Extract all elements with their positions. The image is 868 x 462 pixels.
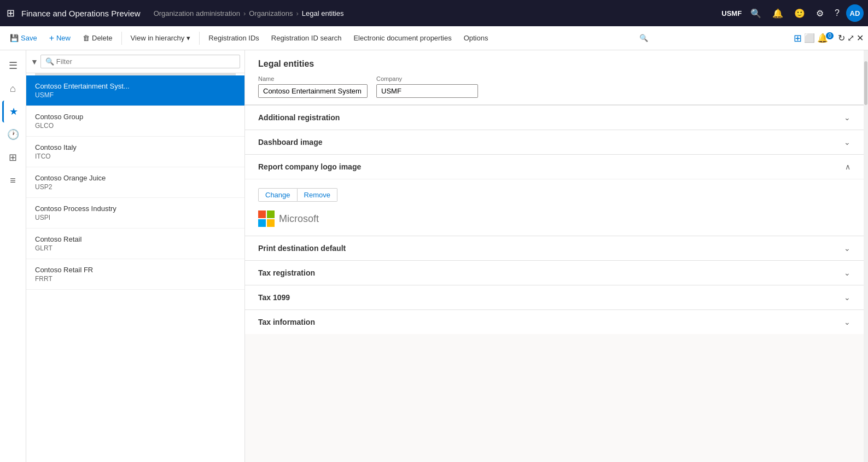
save-button[interactable]: 💾 Save [4, 32, 43, 44]
registration-ids-button[interactable]: Registration IDs [203, 32, 264, 44]
new-button[interactable]: + New [44, 31, 76, 45]
view-in-hierarchy-button[interactable]: View in hierarchy ▾ [125, 32, 196, 44]
settings-icon-btn[interactable]: ⚙ [812, 5, 828, 22]
sidebar-filter-box[interactable]: 🔍 [40, 55, 240, 68]
sidebar-item-3[interactable]: Contoso Orange Juice USP2 [26, 167, 244, 198]
sidebar-item-name-0: Contoso Entertainment Syst... [35, 82, 236, 90]
user-avatar[interactable]: AD [846, 4, 864, 22]
sidebar-item-name-5: Contoso Retail [35, 235, 236, 243]
close-panel-btn[interactable]: ✕ [857, 33, 864, 43]
customize-icon-btn[interactable]: ⊞ [794, 32, 802, 44]
open-new-window-btn[interactable]: ⤢ [847, 33, 854, 43]
ms-square-red [258, 210, 266, 218]
breadcrumb: Organization administration › Organizati… [154, 9, 718, 17]
list-view-icon[interactable]: ≡ [2, 169, 24, 191]
sidebar-item-code-6: FRRT [35, 275, 236, 283]
delete-button[interactable]: 🗑 Delete [77, 32, 118, 44]
accordion-chevron-print-dest: ⌄ [844, 244, 850, 253]
accordion-section-tax-info: Tax information ⌄ [245, 309, 864, 334]
top-nav-bar: ⊞ Finance and Operations Preview Organiz… [0, 0, 868, 26]
accordion-chevron-tax-reg: ⌄ [844, 268, 850, 277]
registration-ids-label: Registration IDs [208, 34, 259, 42]
ms-square-blue [258, 219, 266, 227]
options-label: Options [464, 34, 488, 42]
accordion-section-dashboard: Dashboard image ⌄ [245, 130, 864, 154]
company-input[interactable] [376, 84, 478, 98]
app-grid-icon[interactable]: ⊞ [4, 5, 17, 21]
toolbar: 💾 Save + New 🗑 Delete View in hierarchy … [0, 26, 868, 50]
home-icon[interactable]: ⌂ [2, 78, 24, 100]
options-button[interactable]: Options [458, 32, 494, 44]
microsoft-text: Microsoft [279, 213, 319, 225]
remove-logo-button[interactable]: Remove [298, 188, 337, 202]
electronic-document-properties-button[interactable]: Electronic document properties [348, 32, 457, 44]
notifications-icon-btn[interactable]: 🔔 [768, 5, 788, 22]
right-scrollbar[interactable] [864, 50, 868, 462]
registration-id-search-button[interactable]: Registration ID search [266, 32, 347, 44]
filter-icon: ▼ [31, 57, 38, 66]
left-sidebar: ☰ ⌂ ★ 🕐 ⊞ ≡ [0, 50, 26, 462]
accordion-header-print-dest[interactable]: Print destination default ⌄ [245, 236, 864, 260]
breadcrumb-sep-2: › [296, 9, 298, 17]
breadcrumb-organizations[interactable]: Organizations [249, 9, 293, 17]
accordion-title-tax-reg: Tax registration [258, 268, 315, 277]
hamburger-menu-icon[interactable]: ☰ [2, 55, 24, 77]
accordion-header-tax-info[interactable]: Tax information ⌄ [245, 310, 864, 334]
name-field-group: Name [258, 75, 368, 98]
accordion-title-dashboard: Dashboard image [258, 138, 322, 147]
accordion-header-tax1099[interactable]: Tax 1099 ⌄ [245, 285, 864, 309]
feedback-icon-btn[interactable]: 🙂 [790, 5, 809, 22]
accordion-section-tax1099: Tax 1099 ⌄ [245, 285, 864, 309]
accordion-section-print-dest: Print destination default ⌄ [245, 236, 864, 260]
accordion-header-report-logo[interactable]: Report company logo image ∧ [245, 155, 864, 179]
main-layout: ☰ ⌂ ★ 🕐 ⊞ ≡ ▼ 🔍 Contoso Entertainment Sy… [0, 50, 868, 462]
toolbar-search-icon: 🔍 [639, 34, 648, 42]
accordion-title-tax-info: Tax information [258, 318, 315, 326]
sidebar-item-5[interactable]: Contoso Retail GLRT [26, 229, 244, 259]
microsoft-logo: Microsoft [258, 210, 850, 227]
accordion-title-tax1099: Tax 1099 [258, 293, 290, 302]
toolbar-search: 🔍 [639, 34, 648, 42]
recent-icon[interactable]: 🕐 [2, 124, 24, 145]
change-logo-button[interactable]: Change [258, 188, 298, 202]
view-hierarchy-label: View in hierarchy [131, 34, 185, 42]
registration-id-search-label: Registration ID search [271, 34, 342, 42]
sidebar-item-code-3: USP2 [35, 183, 236, 191]
workspaces-icon[interactable]: ⊞ [2, 147, 24, 168]
help-icon-btn[interactable]: ? [830, 5, 844, 21]
search-icon-btn[interactable]: 🔍 [746, 5, 766, 22]
company-field-group: Company [376, 75, 478, 98]
filter-input[interactable] [56, 57, 235, 66]
accordion-chevron-dashboard: ⌄ [844, 138, 850, 147]
breadcrumb-org-admin[interactable]: Organization administration [154, 9, 240, 17]
accordion-header-additional-reg[interactable]: Additional registration ⌄ [245, 106, 864, 130]
sidebar-item-2[interactable]: Contoso Italy ITCO [26, 137, 244, 167]
accordion-chevron-tax-info: ⌄ [844, 318, 850, 326]
sidebar-item-0[interactable]: Contoso Entertainment Syst... USMF [26, 75, 244, 106]
accordion-header-tax-reg[interactable]: Tax registration ⌄ [245, 261, 864, 285]
sidebar-item-code-2: ITCO [35, 153, 236, 160]
save-label: Save [21, 34, 37, 42]
company-label: Company [376, 75, 478, 82]
accordion-content-report-logo: Change Remove Microsoft [245, 179, 864, 236]
toolbar-separator-2 [199, 32, 200, 45]
favorites-icon[interactable]: ★ [2, 101, 24, 122]
accordion-header-dashboard[interactable]: Dashboard image ⌄ [245, 130, 864, 154]
name-input[interactable] [258, 84, 368, 98]
entity-header: Legal entities Name Company [245, 50, 864, 105]
layout-icon-btn[interactable]: ⬜ [804, 33, 815, 43]
electronic-document-label: Electronic document properties [353, 34, 451, 42]
notification-badge-btn[interactable]: 🔔0 [817, 33, 836, 43]
sidebar-item-4[interactable]: Contoso Process Industry USPI [26, 198, 244, 229]
sidebar-item-name-3: Contoso Orange Juice [35, 174, 236, 182]
scrollbar-thumb[interactable] [864, 61, 867, 105]
refresh-icon-btn[interactable]: ↻ [838, 33, 845, 43]
sidebar-item-name-4: Contoso Process Industry [35, 204, 236, 213]
logo-actions: Change Remove [258, 188, 850, 202]
sidebar-item-code-1: GLCO [35, 122, 236, 130]
accordion-chevron-additional-reg: ⌄ [844, 113, 850, 122]
sidebar-item-6[interactable]: Contoso Retail FR FRRT [26, 259, 244, 290]
toolbar-separator-1 [121, 32, 122, 45]
sidebar-item-1[interactable]: Contoso Group GLCO [26, 106, 244, 137]
name-label: Name [258, 75, 368, 82]
